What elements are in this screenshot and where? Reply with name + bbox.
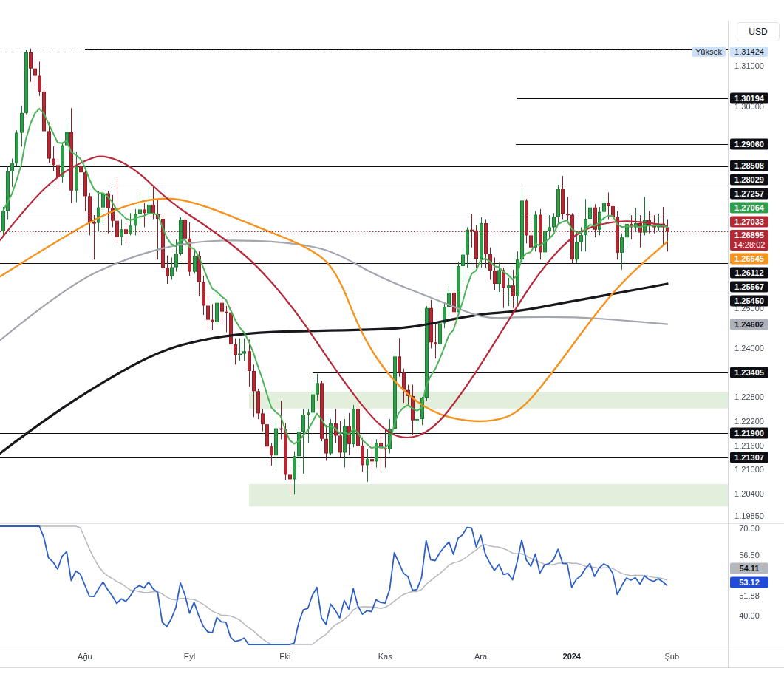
series-high-label: Yüksek bbox=[692, 47, 726, 57]
trading-chart-window: USD Yüksek 1.31424 1.310001.300001.25000… bbox=[0, 0, 784, 694]
ma-value-badge-1.25567: 1.25567 bbox=[730, 282, 768, 293]
series-high-value-badge: 1.31424 bbox=[730, 47, 768, 57]
level-badge-1.26112: 1.26112 bbox=[730, 268, 768, 279]
time-label-Eki: Eki bbox=[279, 652, 290, 661]
level-badge-1.30194: 1.30194 bbox=[730, 92, 768, 103]
price-tick-1.19850: 1.19850 bbox=[730, 511, 768, 522]
level-badge-1.25450: 1.25450 bbox=[730, 296, 768, 307]
rsi-tick-70.00: 70.00 bbox=[730, 523, 768, 534]
price-tick-1.31000: 1.31000 bbox=[730, 60, 768, 71]
price-tick-1.21000: 1.21000 bbox=[730, 464, 768, 475]
price-tick-1.22200: 1.22200 bbox=[730, 415, 768, 426]
rsi-ma-value-badge: 54.11 bbox=[730, 562, 768, 574]
rsi-tick-51.88: 51.88 bbox=[730, 590, 768, 601]
level-badge-1.29060: 1.29060 bbox=[730, 138, 768, 149]
level-badge-1.28029: 1.28029 bbox=[730, 174, 768, 186]
currency-usd-button[interactable]: USD bbox=[737, 22, 780, 41]
level-badge-1.27257: 1.27257 bbox=[730, 188, 768, 200]
time-label-Şub: Şub bbox=[664, 652, 679, 661]
ma-value-badge-1.26645: 1.26645 bbox=[730, 254, 768, 265]
price-tick-1.22800: 1.22800 bbox=[730, 391, 768, 402]
time-label-Eyl: Eyl bbox=[184, 652, 195, 661]
level-badge-1.23405: 1.23405 bbox=[730, 367, 768, 378]
ma-value-badge-1.27064: 1.27064 bbox=[730, 203, 768, 214]
price-tick-1.21600: 1.21600 bbox=[730, 440, 768, 451]
rsi-value-badge: 53.12 bbox=[730, 576, 768, 588]
time-label-Kas: Kas bbox=[378, 652, 392, 661]
level-badge-1.28508: 1.28508 bbox=[730, 160, 768, 171]
ma-value-badge-1.24602: 1.24602 bbox=[730, 319, 768, 330]
time-label-Ağu: Ağu bbox=[78, 652, 92, 661]
last-price-badge: 1.2689514:28:02 bbox=[730, 230, 768, 251]
ma-value-badge-1.27033: 1.27033 bbox=[730, 217, 768, 228]
time-label-Ara: Ara bbox=[474, 652, 487, 661]
time-axis[interactable] bbox=[0, 647, 728, 667]
rsi-tick-40.00: 40.00 bbox=[730, 610, 768, 621]
chart-canvas[interactable] bbox=[0, 0, 784, 694]
time-label-2024: 2024 bbox=[563, 652, 581, 661]
rsi-tick-56.50: 56.50 bbox=[730, 549, 768, 560]
level-badge-1.21900: 1.21900 bbox=[730, 428, 768, 439]
level-badge-1.21307: 1.21307 bbox=[730, 452, 768, 463]
price-tick-1.20400: 1.20400 bbox=[730, 489, 768, 500]
price-tick-1.24000: 1.24000 bbox=[730, 343, 768, 354]
